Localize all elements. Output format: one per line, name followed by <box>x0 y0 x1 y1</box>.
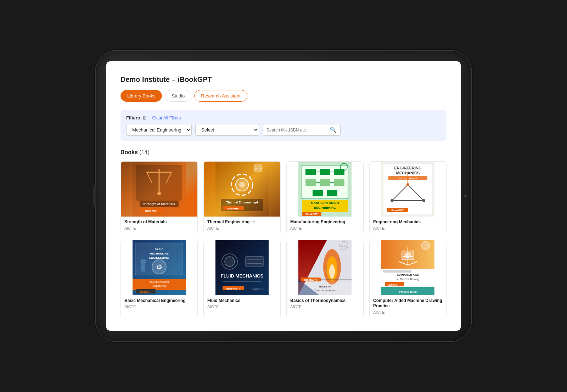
svg-text:Pradeep K.: Pradeep K. <box>252 288 264 291</box>
tab-studio[interactable]: Studio <box>165 90 191 102</box>
book-card[interactable]: Strength of Materials iBookGPT Strength … <box>120 161 198 234</box>
svg-text:Engineering: Engineering <box>152 285 165 287</box>
book-card[interactable]: BASIC MECHANICAL ENGINEERING ⚙ Basic Me <box>120 240 198 318</box>
svg-point-14 <box>239 182 245 187</box>
page-title: Demo Institute – iBookGPT <box>120 75 447 84</box>
svg-text:for Machine Drawing: for Machine Drawing <box>397 278 419 281</box>
book-cover: Basics of Thermodynamics iBookGPT AICTE <box>287 240 363 295</box>
book-card[interactable]: COMPUTER AIDS for Machine Drawing iBookG… <box>369 240 447 318</box>
filters-header: Filters ⊞+ Clear All Filters <box>126 115 441 121</box>
filters-row: Mechanical Engineering Civil Engineering… <box>126 124 441 136</box>
book-info: Computer Aided Machine Drawing Practice … <box>370 295 446 314</box>
subject-select[interactable]: Mechanical Engineering Civil Engineering… <box>126 124 192 136</box>
book-card[interactable]: Basics of Thermodynamics iBookGPT AICTE … <box>286 240 364 318</box>
svg-text:MECHANICAL: MECHANICAL <box>150 252 169 255</box>
svg-text:iBookGPT: iBookGPT <box>388 283 401 286</box>
book-publisher: AICTE <box>290 304 360 309</box>
svg-rect-26 <box>334 169 344 175</box>
svg-text:iBookGPT: iBookGPT <box>140 291 152 293</box>
book-publisher: AICTE <box>290 226 360 230</box>
book-info: Basic Mechanical Engineering AICTE <box>121 295 197 309</box>
book-card[interactable]: FLUID MECHANICS iBookGPT Pradeep K. Flui… <box>203 240 281 318</box>
filter-icon: ⊞+ <box>143 115 150 121</box>
book-publisher: AICTE <box>207 304 277 309</box>
svg-point-53 <box>422 199 425 202</box>
book-publisher: AICTE <box>124 304 194 309</box>
search-input[interactable] <box>266 128 330 133</box>
book-cover: ENGINEERING MECHANICS with Lab Manual <box>370 162 446 217</box>
book-publisher: AICTE <box>373 310 443 314</box>
svg-text:Practice Book: Practice Book <box>399 290 417 293</box>
book-title: Strength of Materials <box>124 219 194 225</box>
book-card[interactable]: Thermal Engineering-I iBookGPT AICTE The… <box>203 161 281 234</box>
search-wrapper: 🔍 <box>263 124 341 136</box>
svg-text:AICTE: AICTE <box>254 167 262 170</box>
svg-point-86 <box>329 264 335 279</box>
svg-text:ENGINEERING: ENGINEERING <box>314 206 336 209</box>
books-count: 14 <box>141 149 148 155</box>
book-cover: MANUFACTURING ENGINEERING iBookGPT <box>287 162 363 217</box>
book-info: Manufacturing Engineering AICTE <box>287 217 363 230</box>
svg-text:⚙: ⚙ <box>156 263 162 271</box>
power-button[interactable] <box>93 185 96 207</box>
svg-text:iBookGPT: iBookGPT <box>226 287 240 290</box>
svg-point-64 <box>140 259 146 264</box>
svg-text:COMPUTER AIDS: COMPUTER AIDS <box>397 273 419 276</box>
svg-rect-65 <box>141 264 145 271</box>
svg-point-6 <box>157 192 161 195</box>
svg-rect-30 <box>320 179 330 186</box>
svg-text:iBookGPT: iBookGPT <box>305 213 318 215</box>
books-grid: Strength of Materials iBookGPT Strength … <box>120 161 447 318</box>
book-card[interactable]: MANUFACTURING ENGINEERING iBookGPT Manuf… <box>286 161 364 234</box>
book-title: Fluid Mechanics <box>207 298 277 304</box>
svg-rect-35 <box>327 190 337 196</box>
tab-research-assistant[interactable]: Research Assistant <box>194 90 247 102</box>
book-title: Thermal Engineering - I <box>207 219 277 225</box>
book-cover: FLUID MECHANICS iBookGPT Pradeep K. <box>204 240 280 295</box>
book-card[interactable]: ENGINEERING MECHANICS with Lab Manual <box>369 161 447 234</box>
svg-text:iBookGPT: iBookGPT <box>391 209 404 212</box>
svg-rect-74 <box>246 256 263 267</box>
book-info: Fluid Mechanics AICTE <box>204 295 280 309</box>
book-info: Thermal Engineering - I AICTE <box>204 217 280 230</box>
svg-text:Basic Mechanical: Basic Mechanical <box>150 281 169 283</box>
svg-rect-24 <box>305 169 316 175</box>
topic-select[interactable]: Select <box>195 124 259 136</box>
filters-label: Filters <box>126 115 140 121</box>
book-info: Engineering Mechanics AICTE <box>370 217 446 230</box>
svg-text:MANUFACTURING: MANUFACTURING <box>311 201 339 205</box>
book-cover: Thermal Engineering-I iBookGPT AICTE <box>204 162 280 217</box>
svg-text:Thermodynamics: Thermodynamics <box>314 289 336 292</box>
search-icon[interactable]: 🔍 <box>330 127 337 133</box>
svg-text:iBookGPT: iBookGPT <box>145 209 159 212</box>
book-cover: COMPUTER AIDS for Machine Drawing iBookG… <box>370 240 446 295</box>
page-content: Demo Institute – iBookGPT Library Books … <box>106 61 461 331</box>
book-publisher: AICTE <box>124 226 194 230</box>
book-title: Manufacturing Engineering <box>290 219 360 225</box>
svg-point-73 <box>225 257 235 267</box>
svg-text:Thermal Engineering-I: Thermal Engineering-I <box>226 201 258 204</box>
book-cover: Strength of Materials iBookGPT <box>121 162 197 217</box>
books-section-title: Books (14) <box>120 149 447 156</box>
tablet-screen: Demo Institute – iBookGPT Library Books … <box>106 61 461 331</box>
svg-text:iBookGPT: iBookGPT <box>304 278 318 281</box>
svg-rect-29 <box>305 179 316 186</box>
tablet-frame: Demo Institute – iBookGPT Library Books … <box>96 51 471 341</box>
book-cover: BASIC MECHANICAL ENGINEERING ⚙ Basic Me <box>121 240 197 295</box>
book-info: Basics of Thermodynamics AICTE <box>287 295 363 309</box>
book-title: Computer Aided Machine Drawing Practice <box>373 298 443 309</box>
book-publisher: AICTE <box>207 226 277 230</box>
svg-text:AICTE: AICTE <box>341 245 347 247</box>
svg-text:BASIC: BASIC <box>155 248 164 251</box>
svg-text:ENGINEERING: ENGINEERING <box>394 166 421 170</box>
tab-bar: Library Books Studio Research Assistant <box>120 90 447 102</box>
tab-library-books[interactable]: Library Books <box>120 90 162 102</box>
book-title: Engineering Mechanics <box>373 219 443 225</box>
svg-rect-25 <box>320 169 330 175</box>
book-publisher: AICTE <box>373 226 443 230</box>
svg-rect-78 <box>223 281 262 282</box>
svg-text:ENGINEERING: ENGINEERING <box>149 256 169 259</box>
clear-filters-link[interactable]: Clear All Filters <box>152 116 181 121</box>
book-info: Strength of Materials AICTE <box>121 217 197 230</box>
svg-point-103 <box>405 253 410 258</box>
